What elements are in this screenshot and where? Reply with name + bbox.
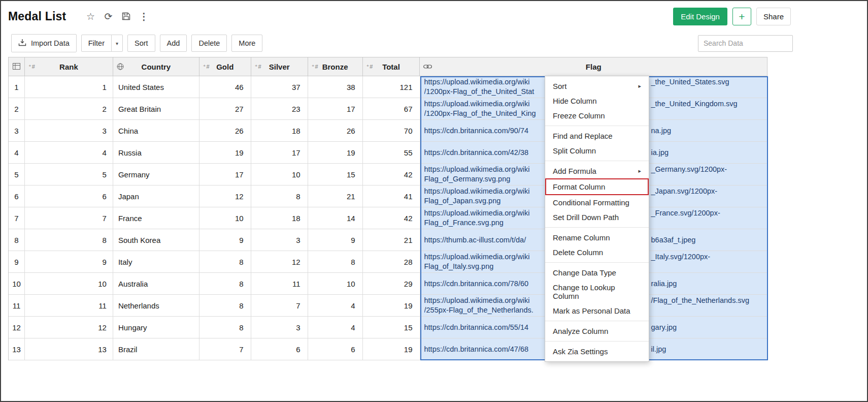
gold-cell[interactable]: 8 [199, 251, 251, 273]
menu-item-change-to-lookup-column[interactable]: Change to Lookup Column [545, 280, 649, 303]
rank-cell[interactable]: 13 [25, 338, 113, 360]
silver-cell[interactable]: 3 [251, 229, 308, 251]
total-cell[interactable]: 67 [363, 98, 420, 120]
silver-cell[interactable]: 12 [251, 251, 308, 273]
row-number[interactable]: 13 [9, 338, 25, 360]
gold-cell[interactable]: 8 [199, 295, 251, 317]
bronze-cell[interactable]: 9 [308, 229, 363, 251]
edit-design-button[interactable]: Edit Design [673, 8, 727, 25]
country-cell[interactable]: China [113, 120, 199, 142]
menu-item-format-column[interactable]: Format Column [545, 178, 649, 195]
row-number[interactable]: 9 [9, 251, 25, 273]
country-cell[interactable]: Russia [113, 142, 199, 164]
total-cell[interactable]: 42 [363, 207, 420, 229]
bronze-cell[interactable]: 19 [308, 142, 363, 164]
silver-cell[interactable]: 10 [251, 164, 308, 185]
search-input[interactable] [698, 35, 793, 52]
bronze-cell[interactable]: 4 [308, 317, 363, 338]
total-cell[interactable]: 42 [363, 164, 420, 185]
total-cell[interactable]: 29 [363, 273, 420, 295]
silver-cell[interactable]: 18 [251, 120, 308, 142]
bronze-cell[interactable]: 17 [308, 98, 363, 120]
silver-cell[interactable]: 3 [251, 317, 308, 338]
bronze-cell[interactable]: 4 [308, 295, 363, 317]
menu-item-analyze-column[interactable]: Analyze Column [545, 324, 649, 338]
row-number[interactable]: 7 [9, 207, 25, 229]
favorite-star-icon[interactable]: ☆ [85, 12, 95, 21]
gold-cell[interactable]: 10 [199, 207, 251, 229]
menu-item-change-data-type[interactable]: Change Data Type [545, 265, 649, 280]
bronze-cell[interactable]: 26 [308, 120, 363, 142]
menu-item-ask-zia-settings[interactable]: Ask Zia Settings [545, 344, 649, 359]
bronze-cell[interactable]: 21 [308, 185, 363, 207]
silver-cell[interactable]: 8 [251, 185, 308, 207]
country-cell[interactable]: Brazil [113, 338, 199, 360]
silver-cell[interactable]: 37 [251, 76, 308, 98]
refresh-icon[interactable]: ⟳ [103, 12, 113, 21]
more-button[interactable]: More [231, 35, 262, 52]
country-cell[interactable]: Italy [113, 251, 199, 273]
rank-cell[interactable]: 10 [25, 273, 113, 295]
total-cell[interactable]: 15 [363, 317, 420, 338]
rank-cell[interactable]: 8 [25, 229, 113, 251]
import-data-button[interactable]: Import Data [11, 34, 77, 52]
gold-cell[interactable]: 8 [199, 317, 251, 338]
menu-item-find-and-replace[interactable]: Find and Replace [545, 129, 649, 143]
column-header-silver[interactable]: ⁺# Silver [251, 57, 308, 76]
column-header-total[interactable]: ⁺# Total [363, 57, 420, 76]
country-cell[interactable]: South Korea [113, 229, 199, 251]
menu-item-conditional-formatting[interactable]: Conditional Formatting [545, 195, 649, 210]
gold-cell[interactable]: 19 [199, 142, 251, 164]
total-cell[interactable]: 19 [363, 338, 420, 360]
filter-button[interactable]: Filter [81, 35, 112, 52]
gold-cell[interactable]: 17 [199, 164, 251, 185]
gold-cell[interactable]: 7 [199, 338, 251, 360]
add-button[interactable]: Add [160, 35, 187, 52]
row-number[interactable]: 8 [9, 229, 25, 251]
menu-item-hide-column[interactable]: Hide Column [545, 94, 649, 108]
menu-item-rename-column[interactable]: Rename Column [545, 230, 649, 245]
bronze-cell[interactable]: 8 [308, 251, 363, 273]
silver-cell[interactable]: 11 [251, 273, 308, 295]
row-number[interactable]: 2 [9, 98, 25, 120]
total-cell[interactable]: 28 [363, 251, 420, 273]
gold-cell[interactable]: 12 [199, 185, 251, 207]
country-cell[interactable]: France [113, 207, 199, 229]
bronze-cell[interactable]: 14 [308, 207, 363, 229]
rank-cell[interactable]: 6 [25, 185, 113, 207]
country-cell[interactable]: Japan [113, 185, 199, 207]
row-number[interactable]: 6 [9, 185, 25, 207]
silver-cell[interactable]: 23 [251, 98, 308, 120]
country-cell[interactable]: United States [113, 76, 199, 98]
more-options-kebab-icon[interactable]: ⋮ [139, 12, 149, 21]
column-header-flag[interactable]: Flag [420, 57, 767, 76]
rank-cell[interactable]: 12 [25, 317, 113, 338]
column-header-country[interactable]: Country [113, 57, 199, 76]
rank-cell[interactable]: 7 [25, 207, 113, 229]
menu-item-mark-as-personal-data[interactable]: Mark as Personal Data [545, 303, 649, 318]
country-cell[interactable]: Australia [113, 273, 199, 295]
row-number[interactable]: 11 [9, 295, 25, 317]
row-number[interactable]: 4 [9, 142, 25, 164]
sort-button[interactable]: Sort [127, 35, 155, 52]
bronze-cell[interactable]: 38 [308, 76, 363, 98]
menu-item-delete-column[interactable]: Delete Column [545, 245, 649, 260]
filter-dropdown-caret-icon[interactable]: ▾ [111, 35, 123, 52]
rank-cell[interactable]: 9 [25, 251, 113, 273]
total-cell[interactable]: 41 [363, 185, 420, 207]
row-number[interactable]: 1 [9, 76, 25, 98]
column-header-gold[interactable]: ⁺# Gold [199, 57, 251, 76]
add-new-button[interactable]: + [732, 8, 751, 25]
menu-item-add-formula[interactable]: Add Formula▸ [545, 164, 649, 178]
share-button[interactable]: Share [756, 8, 791, 25]
column-header-rank[interactable]: ⁺# Rank [25, 57, 113, 76]
gold-cell[interactable]: 27 [199, 98, 251, 120]
gold-cell[interactable]: 26 [199, 120, 251, 142]
rank-cell[interactable]: 1 [25, 76, 113, 98]
bronze-cell[interactable]: 10 [308, 273, 363, 295]
total-cell[interactable]: 70 [363, 120, 420, 142]
gold-cell[interactable]: 9 [199, 229, 251, 251]
row-number[interactable]: 5 [9, 164, 25, 185]
menu-item-freeze-column[interactable]: Freeze Column [545, 108, 649, 123]
save-icon[interactable] [121, 12, 131, 20]
